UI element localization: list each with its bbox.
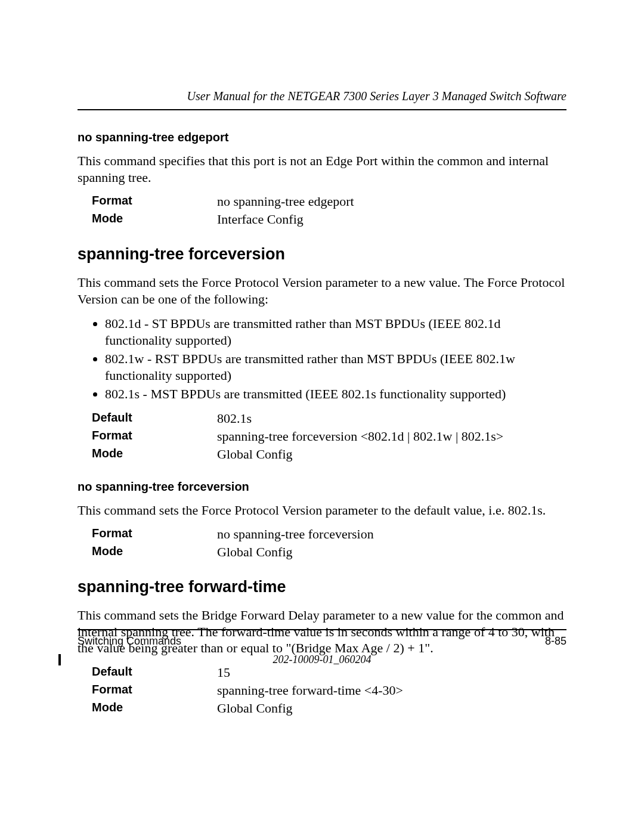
param-value: spanning-tree forceversion <802.1d | 802… <box>217 429 503 444</box>
param-table: Default 802.1s Format spanning-tree forc… <box>92 411 566 462</box>
param-value: Global Config <box>217 447 293 462</box>
list-item: 802.1s - MST BPDUs are transmitted (IEEE… <box>105 386 566 402</box>
body-paragraph: This command specifies that this port is… <box>78 153 566 185</box>
param-row: Format no spanning-tree forceversion <box>92 527 566 542</box>
param-row: Default 15 <box>92 665 566 680</box>
running-header: User Manual for the NETGEAR 7300 Series … <box>78 89 566 109</box>
param-value: no spanning-tree edgeport <box>217 194 354 209</box>
param-label-mode: Mode <box>92 544 217 560</box>
footer-page-number: 8-85 <box>545 635 566 648</box>
param-row: Format spanning-tree forceversion <802.1… <box>92 429 566 444</box>
body-paragraph: This command sets the Force Protocol Ver… <box>78 502 566 519</box>
param-label-mode: Mode <box>92 212 217 227</box>
param-value: Interface Config <box>217 212 304 227</box>
document-page: User Manual for the NETGEAR 7300 Series … <box>0 0 644 833</box>
param-label-mode: Mode <box>92 447 217 462</box>
param-label-mode: Mode <box>92 701 217 716</box>
param-label-format: Format <box>92 194 217 209</box>
param-label-format: Format <box>92 429 217 444</box>
param-value: spanning-tree forward-time <4-30> <box>217 683 403 698</box>
page-footer: Switching Commands 8-85 202-10009-01_060… <box>78 629 566 666</box>
subheading-no-spanning-tree-edgeport: no spanning-tree edgeport <box>78 131 566 144</box>
param-value: 15 <box>217 665 230 680</box>
param-label-format: Format <box>92 527 217 542</box>
param-table: Format no spanning-tree forceversion Mod… <box>92 527 566 560</box>
bullet-list: 802.1d - ST BPDUs are transmitted rather… <box>78 315 566 402</box>
param-row: Mode Global Config <box>92 701 566 716</box>
footer-doc-number: 202-10009-01_060204 <box>78 654 566 666</box>
param-value: 802.1s <box>217 411 252 426</box>
list-item: 802.1w - RST BPDUs are transmitted rathe… <box>105 351 566 383</box>
footer-section-name: Switching Commands <box>78 635 181 648</box>
param-row: Mode Global Config <box>92 544 566 560</box>
header-rule <box>78 109 566 110</box>
list-item: 802.1d - ST BPDUs are transmitted rather… <box>105 315 566 348</box>
change-bar-icon <box>58 654 61 665</box>
param-row: Mode Interface Config <box>92 212 566 227</box>
param-row: Mode Global Config <box>92 447 566 462</box>
param-label-format: Format <box>92 683 217 698</box>
param-value: Global Config <box>217 544 293 560</box>
footer-rule <box>78 629 566 630</box>
body-paragraph: This command sets the Force Protocol Ver… <box>78 274 566 307</box>
param-row: Default 802.1s <box>92 411 566 426</box>
footer-row: Switching Commands 8-85 <box>78 635 566 648</box>
param-row: Format no spanning-tree edgeport <box>92 194 566 209</box>
param-table: Format no spanning-tree edgeport Mode In… <box>92 194 566 227</box>
heading-spanning-tree-forward-time: spanning-tree forward-time <box>78 578 566 596</box>
param-value: Global Config <box>217 701 293 716</box>
param-row: Format spanning-tree forward-time <4-30> <box>92 683 566 698</box>
param-table: Default 15 Format spanning-tree forward-… <box>92 665 566 716</box>
param-label-default: Default <box>92 411 217 426</box>
param-value: no spanning-tree forceversion <box>217 527 374 542</box>
subheading-no-spanning-tree-forceversion: no spanning-tree forceversion <box>78 480 566 494</box>
param-label-default: Default <box>92 665 217 680</box>
heading-spanning-tree-forceversion: spanning-tree forceversion <box>78 245 566 264</box>
